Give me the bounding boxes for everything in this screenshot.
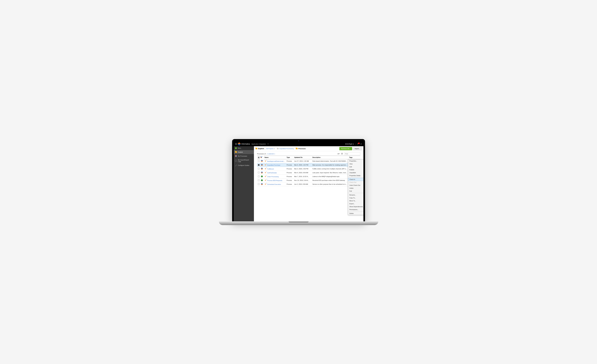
process-icon — [235, 155, 237, 157]
processes-table: Name Type Updated On Description Tags ⚙ … — [257, 156, 360, 186]
row-checkbox[interactable]: ✓ — [258, 164, 259, 166]
status-diamond-icon — [261, 160, 263, 162]
menu-separator — [349, 193, 363, 193]
col-updated[interactable]: Updated On — [293, 156, 312, 159]
notifications-icon[interactable]: 9 — [357, 143, 359, 145]
document-icon — [235, 160, 237, 162]
menu-item-move-to[interactable]: Move To... — [348, 199, 363, 202]
row-checkbox[interactable] — [258, 168, 259, 169]
menu-item-check-out: Check Out — [348, 181, 363, 184]
col-type[interactable]: Type — [286, 156, 293, 159]
svg-point-0 — [361, 143, 361, 144]
laptop-base — [219, 221, 378, 225]
row-checkbox[interactable] — [258, 179, 259, 181]
table-row[interactable]: ⚙ Fulfillment Process Mar 3, 2020, 2:06 … — [257, 167, 360, 171]
status-diamond-icon — [261, 171, 263, 174]
sidebar-item-my-processes[interactable]: My Processes — [234, 154, 254, 158]
org-switcher[interactable]: IICS iPaaS ▼ — [345, 143, 354, 145]
selected-count[interactable]: 1 selected ▼ — [267, 153, 275, 155]
menu-item-unpublish[interactable]: Unpublish — [348, 171, 363, 174]
menu-item-publish[interactable]: Publish — [348, 168, 363, 171]
menu-item-unlink[interactable]: Unlink — [348, 187, 363, 190]
chevron-right-icon: › — [276, 148, 276, 149]
process-name-link[interactable]: GetPartDetails — [267, 172, 277, 174]
row-checkbox[interactable] — [258, 172, 259, 173]
sidebar-item-import-export-logs[interactable]: My Import/Export Logs — [234, 158, 254, 163]
find-input[interactable] — [344, 152, 360, 155]
table-row[interactable]: ⚙ Scheduled Execution Process Jun 2, 202… — [257, 182, 360, 186]
table-row[interactable]: ⚙ Order Processing Process Mar 7, 2019, … — [257, 174, 360, 178]
menu-separator — [349, 211, 363, 212]
status-diamond-icon — [261, 183, 263, 185]
table-container: Name Type Updated On Description Tags ⚙ … — [254, 156, 363, 221]
table-row[interactable]: ⚙ Process B2B Requests Process Nov 19, 2… — [257, 178, 360, 182]
cell-type: Process — [286, 174, 293, 178]
col-desc[interactable]: Description — [312, 156, 348, 159]
breadcrumb-leaf: Processes — [298, 148, 306, 149]
row-checkbox[interactable] — [258, 175, 259, 177]
menu-item-edit[interactable]: Edit — [348, 165, 363, 168]
col-tags[interactable]: Tags — [348, 156, 360, 159]
menu-item-rename[interactable]: Rename... — [348, 193, 363, 196]
row-checkbox[interactable] — [258, 160, 259, 162]
folder-icon — [296, 148, 298, 150]
folder-grey-icon — [277, 148, 279, 149]
chevron-down-icon[interactable]: ▼ — [267, 143, 269, 145]
process-name-link[interactable]: Order Processing — [267, 176, 279, 177]
col-select-all[interactable] — [257, 156, 260, 159]
cell-updated: Mar 3, 2020, 2:06 PM — [293, 167, 312, 171]
process-name-link[interactable]: AutoApprovalDetermination — [267, 160, 285, 162]
chevron-right-icon: › — [294, 148, 295, 149]
sidebar-new[interactable]: + New... — [234, 146, 254, 150]
main-content: Explore ⌄ All Projects ▼ › Expedited Pur… — [254, 146, 363, 221]
menu-item-export[interactable]: Export... — [348, 202, 363, 205]
laptop-camera — [298, 140, 299, 141]
menu-item-permissions[interactable]: Permissions... — [348, 208, 363, 211]
table-row[interactable]: ⚙ AutoApprovalDetermination Process Jun … — [257, 159, 360, 163]
cell-desc: Lists parts. Input required: Sku Returns… — [312, 171, 348, 174]
breadcrumb-mid[interactable]: Expedited Purchasing — [279, 148, 294, 149]
menu-item-undo-check-out[interactable]: Undo Check Out — [348, 184, 363, 187]
sidebar-new-label: New... — [238, 147, 242, 149]
menu-item-copy-to[interactable]: Copy To... — [348, 196, 363, 199]
menu-item-check-in[interactable]: Check In — [348, 178, 363, 181]
app-screen: Informatica Application Integration ▼ II… — [234, 142, 363, 221]
menu-separator — [349, 177, 363, 178]
filter-icon[interactable] — [341, 153, 343, 155]
menu-item-delete[interactable]: Delete — [348, 212, 363, 215]
menu-item-show-dependencies[interactable]: Show Dependencies — [348, 205, 363, 208]
app-name-label[interactable]: Application Integration — [251, 143, 266, 145]
import-button[interactable]: Import... — [353, 147, 362, 150]
process-name-link[interactable]: Expedited Purchase — [267, 164, 280, 166]
menu-item-pull[interactable]: Pull — [348, 190, 363, 193]
cell-desc: Rule-based determination. Test with ID: … — [312, 159, 348, 163]
pull-from-git-button[interactable]: Pull from Git... — [339, 147, 352, 150]
process-name-link[interactable]: Process B2B Requests — [267, 180, 282, 181]
context-menu: Properties...ViewEditPublishUnpublishPro… — [348, 159, 363, 215]
sidebar-item-configure-guides[interactable]: Configure Guides — [234, 163, 254, 167]
wrench-icon — [235, 164, 237, 166]
process-name-link[interactable]: Fulfillment — [267, 168, 274, 170]
menu-item-properties-detail[interactable]: Properties Detail... — [348, 174, 363, 177]
table-row[interactable]: ⚙ GetPartDetails Process Mar 4, 2020, 8:… — [257, 171, 360, 174]
table-row[interactable]: ✓ ⚙ Expedited Purchase Process Mar 6, 20… — [257, 163, 360, 167]
user-icon[interactable] — [360, 143, 362, 145]
gear-icon: ⚙ — [265, 172, 267, 174]
row-checkbox[interactable] — [258, 183, 259, 185]
cell-updated: Mar 6, 2020, 1:02 PM — [293, 163, 312, 167]
process-name-link[interactable]: Scheduled Execution — [267, 183, 281, 185]
col-name[interactable]: Name — [264, 156, 286, 159]
menu-icon[interactable] — [235, 143, 237, 145]
explore-dropdown[interactable]: Explore ⌄ — [258, 148, 266, 150]
folder-icon — [235, 151, 237, 153]
menu-item-properties[interactable]: Properties... — [348, 159, 363, 162]
cell-desc: Main process. It is responsible for crea… — [312, 163, 348, 167]
breadcrumb-all-projects[interactable]: All Projects ▼ — [266, 148, 275, 149]
menu-item-view[interactable]: View — [348, 162, 363, 165]
cell-type: Process — [286, 163, 293, 167]
status-diamond-icon — [261, 179, 263, 181]
gear-icon: ⚙ — [265, 168, 267, 170]
sort-icon[interactable]: ▾ — [337, 153, 340, 155]
sidebar-item-explore[interactable]: Explore — [234, 150, 254, 154]
cell-updated: Jun 2, 2020, 8:58 AM — [293, 182, 312, 186]
